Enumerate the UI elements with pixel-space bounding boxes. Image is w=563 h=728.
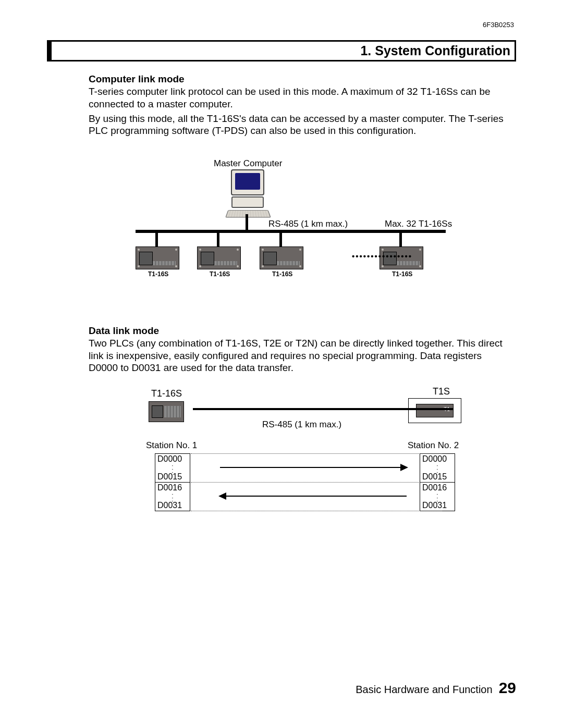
reg-value: D0031 — [422, 500, 447, 511]
data-link-heading: Data link mode — [89, 325, 511, 337]
plc-label-4: T1-16S — [392, 270, 412, 278]
right-plc-label: T1S — [433, 386, 450, 398]
plc-label-2: T1-16S — [210, 270, 230, 278]
page-number: 29 — [499, 679, 516, 697]
right-plc-icon: T1 — [408, 398, 461, 423]
reg-value: D0000 — [422, 454, 447, 464]
data-link-bus-label: RS-485 (1 km max.) — [262, 419, 341, 430]
document-id: 6F3B0253 — [47, 21, 516, 29]
plc-label-1: T1-16S — [148, 270, 168, 278]
data-link-diagram: T1-16S T1S T1 RS-485 (1 km max.) Station… — [89, 388, 511, 528]
reg-value: D0016 — [422, 483, 447, 493]
data-link-bus-line — [193, 408, 454, 410]
reg-value: D0000 — [157, 454, 182, 464]
register-divider-line — [191, 511, 442, 511]
computer-link-paragraph-1: T-series computer link protocol can be u… — [89, 85, 511, 110]
master-computer-label: Master Computer — [214, 158, 282, 169]
station-1-label: Station No. 1 — [146, 440, 197, 451]
reg-value: D0015 — [422, 472, 447, 482]
reg-value: D0031 — [157, 500, 182, 511]
computer-link-diagram: Master Computer RS-485 (1 km max.) Max. … — [89, 158, 511, 304]
section-title-bar: 1. System Configuration — [47, 40, 516, 61]
register-divider-line — [191, 482, 442, 483]
rs485-bus-label: RS-485 (1 km max.) — [268, 218, 348, 229]
footer-text: Basic Hardware and Function — [356, 684, 492, 696]
ellipsis-icon: •••••••••••••••• — [352, 252, 412, 262]
plc-unit-3 — [260, 246, 303, 269]
master-computer-icon — [227, 169, 268, 218]
transfer-arrow-right — [220, 467, 407, 468]
data-link-paragraph-1: Two PLCs (any combination of T1-16S, T2E… — [89, 337, 511, 374]
page-footer: Basic Hardware and Function 29 — [356, 679, 516, 697]
register-divider-line — [191, 453, 442, 454]
max-units-label: Max. 32 T1-16Ss — [385, 218, 452, 229]
reg-value: D0015 — [157, 472, 182, 482]
computer-link-heading: Computer link mode — [89, 73, 511, 85]
left-plc-icon — [149, 401, 184, 422]
plc-label-3: T1-16S — [272, 270, 292, 278]
transfer-arrow-left — [220, 496, 407, 497]
station-1-registers: D0000 ··· D0015 D0016 ··· D0031 — [155, 453, 190, 511]
reg-value: D0016 — [157, 483, 182, 493]
left-plc-label: T1-16S — [151, 388, 182, 400]
plc-unit-2 — [197, 246, 241, 269]
plc-unit-1 — [136, 246, 179, 269]
station-2-label: Station No. 2 — [408, 440, 459, 451]
computer-link-paragraph-2: By using this mode, all the T1-16S's dat… — [89, 113, 511, 138]
